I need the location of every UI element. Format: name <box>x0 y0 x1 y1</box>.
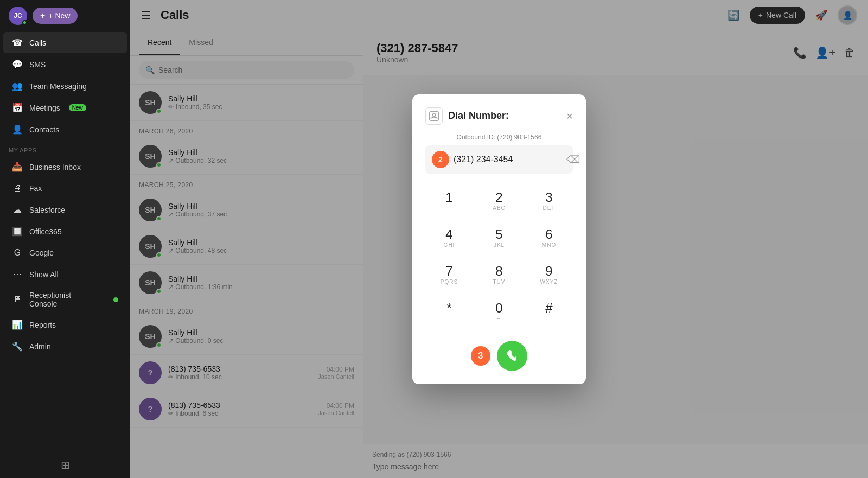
backspace-button[interactable]: ⌫ <box>566 154 580 165</box>
sidebar-item-label: Calls <box>29 39 46 47</box>
meetings-icon: 📅 <box>12 103 23 113</box>
sidebar-header: JC + + New <box>0 0 130 31</box>
key-3[interactable]: 3DEF <box>525 184 573 219</box>
reports-icon: 📊 <box>12 320 23 330</box>
sidebar-item-fax[interactable]: 🖨 Fax <box>3 178 127 199</box>
key-1[interactable]: 1 <box>425 184 473 219</box>
modal-actions: 3 <box>425 341 573 371</box>
sidebar-nav: ☎ Calls 💬 SMS 👥 Team Messaging 📅 Meeting… <box>0 31 130 452</box>
sidebar-item-google[interactable]: G Google <box>3 243 127 263</box>
contact-card-icon <box>425 107 443 125</box>
keypad: 1 2ABC 3DEF 4GHI 5JKL 6MNO 7PQRS 8TUV 9W… <box>425 184 573 330</box>
sidebar-item-show-all[interactable]: ⋯ Show All <box>3 264 127 285</box>
modal-close-button[interactable]: × <box>566 111 573 122</box>
salesforce-icon: ☁ <box>12 205 23 215</box>
contacts-icon: 👤 <box>12 124 23 135</box>
sidebar-item-meetings[interactable]: 📅 Meetings New <box>3 97 127 118</box>
modal-overlay: Dial Number: × Outbound ID: (720) 903-15… <box>130 0 868 478</box>
new-button[interactable]: + + New <box>33 8 78 24</box>
svg-point-1 <box>432 113 436 117</box>
modal-title: Dial Number: <box>448 110 509 122</box>
sidebar-item-admin[interactable]: 🔧 Admin <box>3 336 127 357</box>
dial-badge-2: 2 <box>432 151 449 168</box>
office365-icon: 🔲 <box>12 226 23 237</box>
show-all-icon: ⋯ <box>12 269 23 279</box>
sidebar-item-receptionist-console[interactable]: 🖥 ReceptionistConsole <box>3 285 127 314</box>
business-inbox-icon: 📥 <box>12 162 23 172</box>
sidebar: JC + + New ☎ Calls 💬 SMS 👥 Team Messagin… <box>0 0 130 478</box>
team-messaging-icon: 👥 <box>12 81 23 91</box>
call-button[interactable] <box>497 341 527 371</box>
sidebar-item-label: Team Messaging <box>29 82 87 91</box>
google-icon: G <box>12 248 23 258</box>
fax-icon: 🖨 <box>12 183 23 193</box>
receptionist-status-dot <box>113 297 118 302</box>
sidebar-item-label: Contacts <box>29 125 59 134</box>
key-5[interactable]: 5JKL <box>475 221 523 256</box>
key-7[interactable]: 7PQRS <box>425 258 473 293</box>
dial-modal: Dial Number: × Outbound ID: (720) 903-15… <box>412 94 586 384</box>
sidebar-item-label: Meetings <box>29 104 60 112</box>
sidebar-item-label: Admin <box>29 342 51 351</box>
admin-icon: 🔧 <box>12 341 23 352</box>
sidebar-item-label: SMS <box>29 60 46 69</box>
my-apps-label: MY APPS <box>0 141 130 156</box>
sidebar-item-contacts[interactable]: 👤 Contacts <box>3 119 127 140</box>
sidebar-item-label: Business Inbox <box>29 163 81 171</box>
sidebar-item-salesforce[interactable]: ☁ Salesforce <box>3 199 127 220</box>
sidebar-item-label: Office365 <box>29 227 62 236</box>
key-hash[interactable]: # <box>525 295 573 330</box>
sidebar-item-label: Fax <box>29 184 42 193</box>
key-6[interactable]: 6MNO <box>525 221 573 256</box>
sidebar-item-office365[interactable]: 🔲 Office365 <box>3 221 127 242</box>
sidebar-item-team-messaging[interactable]: 👥 Team Messaging <box>3 75 127 97</box>
sidebar-item-label: ReceptionistConsole <box>29 291 71 308</box>
modal-header-left: Dial Number: <box>425 107 509 125</box>
online-status-dot <box>22 20 27 25</box>
sidebar-footer: ⊞ <box>0 452 130 478</box>
key-8[interactable]: 8TUV <box>475 258 523 293</box>
sidebar-item-business-inbox[interactable]: 📥 Business Inbox <box>3 156 127 177</box>
receptionist-icon: 🖥 <box>12 295 23 304</box>
sidebar-item-label: Show All <box>29 270 59 279</box>
dial-number-input[interactable] <box>454 155 562 164</box>
modal-header: Dial Number: × <box>425 107 573 125</box>
dial-input-row: 2 ⌫ <box>425 145 573 174</box>
key-4[interactable]: 4GHI <box>425 221 473 256</box>
new-badge: New <box>69 104 86 111</box>
key-0[interactable]: 0+ <box>475 295 523 330</box>
key-2[interactable]: 2ABC <box>475 184 523 219</box>
sms-icon: 💬 <box>12 59 23 69</box>
grid-icon[interactable]: ⊞ <box>61 458 70 471</box>
key-9[interactable]: 9WXYZ <box>525 258 573 293</box>
main-content: ☰ Calls 🔄 + New Call 🚀 👤 Recent Missed 🔍 <box>130 0 868 478</box>
sidebar-item-label: Google <box>29 248 54 257</box>
avatar: JC <box>9 7 27 25</box>
step-badge-3: 3 <box>471 346 490 366</box>
sidebar-item-reports[interactable]: 📊 Reports <box>3 314 127 335</box>
sidebar-item-label: Reports <box>29 321 56 329</box>
calls-icon: ☎ <box>12 37 23 48</box>
outbound-label: Outbound ID: (720) 903-1566 <box>425 133 573 141</box>
key-star[interactable]: * <box>425 295 473 330</box>
new-button-label: + New <box>48 11 70 20</box>
sidebar-item-label: Salesforce <box>29 206 65 214</box>
sidebar-item-sms[interactable]: 💬 SMS <box>3 54 127 75</box>
sidebar-item-calls[interactable]: ☎ Calls <box>3 32 127 53</box>
